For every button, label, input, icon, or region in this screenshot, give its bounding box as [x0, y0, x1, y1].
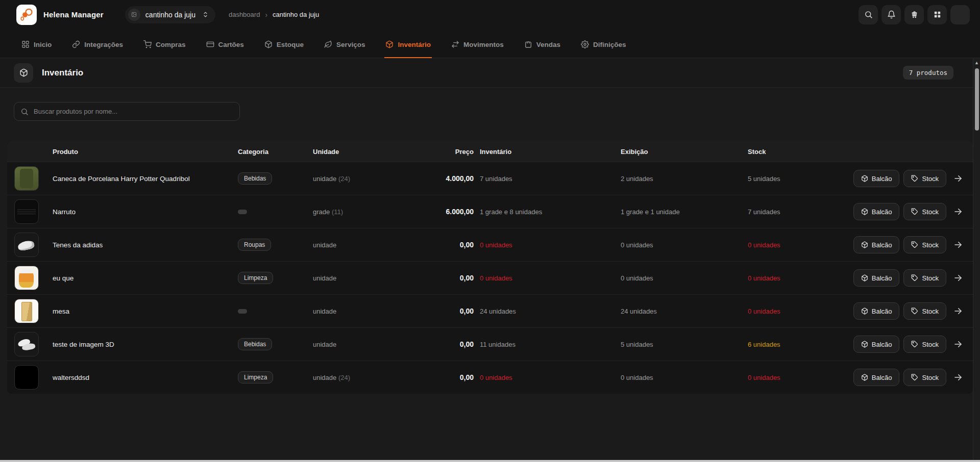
product-name: eu que: [53, 274, 74, 282]
balcao-button[interactable]: Balcão: [853, 336, 900, 353]
tab-cartoes[interactable]: Cartões: [205, 40, 245, 58]
tab-inventario[interactable]: Inventário: [384, 40, 432, 58]
balcao-button[interactable]: Balcão: [853, 369, 900, 386]
row-detail-arrow-button[interactable]: [953, 371, 966, 383]
stock-button[interactable]: Stock: [903, 269, 946, 287]
stock-button[interactable]: Stock: [903, 236, 946, 253]
tag-icon: [911, 208, 918, 215]
category-empty-dash: [238, 210, 247, 214]
balcao-button[interactable]: Balcão: [853, 170, 900, 187]
balcao-button[interactable]: Balcão: [853, 203, 900, 220]
arrow-right-icon: [953, 240, 963, 249]
row-detail-arrow-button[interactable]: [953, 338, 966, 350]
display-value: 0 unidades: [621, 374, 653, 381]
inventory-table: ProdutoCategoriaUnidadePreçoInventárioEx…: [7, 141, 973, 394]
product-image-cell: [14, 233, 39, 257]
tab-servicos[interactable]: Serviços: [323, 40, 366, 58]
product-image: [14, 332, 39, 356]
arrow-right-icon: [953, 207, 963, 216]
stock-button[interactable]: Stock: [903, 302, 946, 320]
product-count-badge: 7 produtos: [903, 66, 953, 80]
scrollbar-up-arrow[interactable]: ▲: [973, 60, 980, 65]
inventory-cube-icon-button[interactable]: [14, 63, 33, 83]
cube-icon: [19, 68, 28, 77]
category-cell: Limpeza: [238, 371, 313, 383]
breadcrumb-current: cantinho da juju: [273, 11, 319, 18]
app-logo: [16, 5, 37, 25]
category-badge: Limpeza: [238, 272, 273, 284]
table-row: Tenes da adidas Roupas unidade 0,00 0 un…: [7, 228, 973, 261]
breadcrumb-dashboard[interactable]: dashboard: [229, 11, 260, 18]
logo-circles-icon: [19, 7, 34, 22]
category-cell: Bebidas: [238, 338, 313, 350]
display-value: 1 grade e 1 unidade: [621, 208, 680, 216]
vertical-scrollbar[interactable]: ▲: [973, 58, 980, 462]
category-cell: [238, 207, 313, 216]
cube-icon: [861, 341, 868, 348]
arrow-right-icon: [953, 373, 963, 382]
workspace-selector[interactable]: cantinho da juju: [125, 6, 215, 23]
column-header-produto: Produto: [39, 148, 238, 156]
inventory-value: 0 unidades: [480, 274, 512, 282]
cube-icon: [264, 40, 273, 48]
table-row: eu que Limpeza unidade 0,00 0 unidades 0…: [7, 261, 973, 294]
stock-button[interactable]: Stock: [903, 369, 946, 386]
unit-cell: unidade (24): [313, 374, 389, 381]
stock-value: 7 unidades: [748, 208, 780, 216]
category-cell: Roupas: [238, 239, 313, 251]
tag-icon: [911, 175, 918, 182]
workspace-avatar: [128, 9, 140, 21]
row-detail-arrow-button[interactable]: [953, 172, 966, 185]
tab-integracoes[interactable]: Integrações: [71, 40, 124, 58]
tab-compras[interactable]: Compras: [142, 40, 187, 58]
tab-difinicoes[interactable]: Difinições: [580, 40, 627, 58]
table-header-row: ProdutoCategoriaUnidadePreçoInventárioEx…: [7, 141, 973, 162]
stock-button[interactable]: Stock: [903, 170, 946, 187]
link-icon: [72, 40, 80, 48]
search-button[interactable]: [859, 5, 878, 24]
arrow-right-icon: [953, 340, 963, 349]
grid-icon: [21, 40, 30, 48]
page-title: Inventário: [42, 68, 83, 78]
search-icon: [864, 10, 873, 19]
row-detail-arrow-button[interactable]: [953, 206, 966, 218]
column-header-exibicao: Exibição: [621, 148, 748, 156]
price-value: 0,00: [460, 307, 474, 315]
column-header-categoria: Categoria: [238, 148, 313, 156]
search-input[interactable]: [34, 108, 233, 115]
cube-icon: [861, 374, 868, 381]
search-icon: [20, 108, 29, 116]
account-button[interactable]: [950, 5, 970, 24]
scrollbar-thumb[interactable]: [975, 68, 979, 131]
balcao-button[interactable]: Balcão: [853, 236, 900, 253]
tab-inicio[interactable]: Inicio: [20, 40, 53, 58]
stock-button[interactable]: Stock: [903, 336, 946, 353]
tab-estoque[interactable]: Estoque: [263, 40, 305, 58]
balcao-button[interactable]: Balcão: [853, 302, 900, 320]
tag-icon: [911, 374, 918, 381]
breadcrumb-separator: ›: [265, 11, 267, 19]
row-detail-arrow-button[interactable]: [953, 272, 966, 284]
card-icon: [206, 40, 214, 48]
product-name: Caneca de Porcelana Harry Potter Quadrib…: [53, 175, 190, 183]
apps-button[interactable]: [927, 5, 947, 24]
display-value: 0 unidades: [621, 274, 653, 282]
stock-button[interactable]: Stock: [903, 203, 946, 220]
bag-icon: [524, 40, 532, 48]
basket-button[interactable]: [904, 5, 924, 24]
tab-movimentos[interactable]: Movimentos: [450, 40, 505, 58]
balcao-button[interactable]: Balcão: [853, 269, 900, 287]
cube-icon: [861, 208, 868, 215]
search-box: [14, 102, 240, 121]
arrow-right-icon: [953, 174, 963, 183]
row-detail-arrow-button[interactable]: [953, 305, 966, 317]
inventory-value: 7 unidades: [480, 175, 512, 183]
product-name: teste de imagem 3D: [53, 341, 114, 348]
price-value: 6.000,00: [446, 208, 474, 216]
product-image: [14, 299, 39, 323]
tab-vendas[interactable]: Vendas: [523, 40, 561, 58]
product-image-cell: [14, 332, 39, 356]
price-value: 0,00: [460, 373, 474, 381]
notifications-button[interactable]: [881, 5, 901, 24]
row-detail-arrow-button[interactable]: [953, 239, 966, 251]
